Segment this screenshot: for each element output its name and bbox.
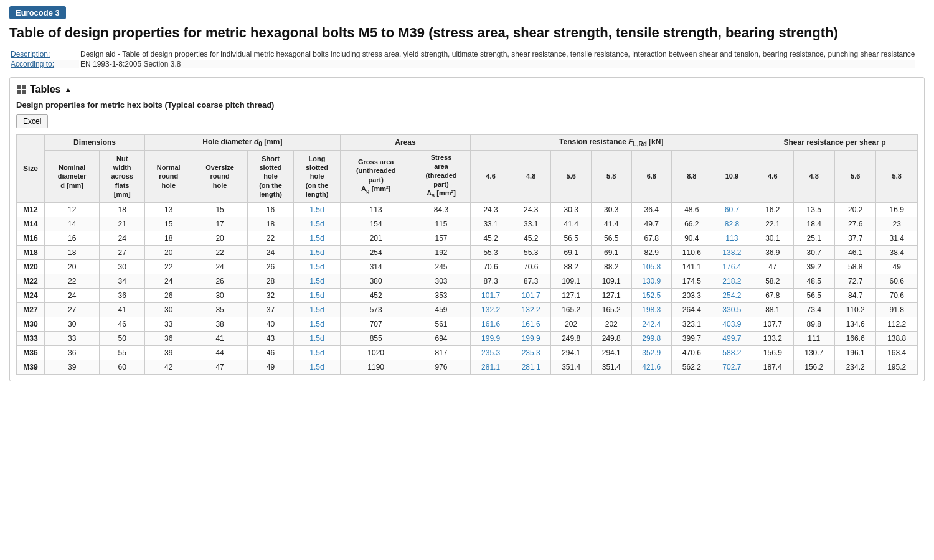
according-label[interactable]: According to: [11,60,79,68]
table-cell: 254.2 [712,289,752,303]
table-cell: 18 [145,231,192,246]
table-cell: 23 [876,217,918,231]
th-areas: Areas [340,134,471,150]
table-cell: 60.6 [876,274,918,289]
tables-section: Tables ▲ Design properties for metric he… [9,77,925,382]
th-gross-area: Gross area(unthreadedpart)Ag [mm²] [340,150,412,202]
table-cell: 218.2 [712,274,752,289]
table-cell: 245 [412,260,471,274]
table-cell: 37 [247,303,294,317]
table-cell: 27.6 [834,217,875,231]
table-container[interactable]: Size Dimensions Hole diameter d0 [mm] Ar… [16,134,918,375]
table-cell: 13.5 [793,203,834,217]
th-t68: 6.8 [631,150,672,202]
table-cell: 20 [145,246,192,260]
table-cell: 48.6 [672,203,712,217]
table-cell: M33 [17,332,45,346]
table-cell: 15 [145,217,192,231]
table-cell: 235.3 [471,346,511,360]
table-cell: M22 [17,274,45,289]
table-cell: 176.4 [712,260,752,274]
table-cell: 403.9 [712,317,752,332]
table-cell: 22 [192,246,247,260]
table-cell: M16 [17,231,45,246]
table-cell: 24 [145,274,192,289]
table-cell: 573 [340,303,412,317]
table-cell: 58.8 [834,260,875,274]
th-nominal-d: Nominaldiameterd [mm] [45,150,100,202]
table-row: M1414211517181.5d15411533.133.141.441.44… [17,217,918,231]
table-cell: 314 [340,260,412,274]
th-s56: 5.6 [834,150,875,202]
description-label[interactable]: Description: [11,50,79,58]
table-cell: 44 [192,346,247,360]
svg-rect-1 [22,85,26,89]
table-cell: 82.9 [631,246,672,260]
table-cell: 187.4 [752,360,793,375]
table-cell: 13 [145,203,192,217]
table-cell: 12 [45,203,100,217]
table-cell: 32 [247,289,294,303]
table-cell: 38 [192,317,247,332]
table-cell: 24 [45,289,100,303]
table-row: M1212181315161.5d11384.324.324.330.330.3… [17,203,918,217]
table-cell: 22 [45,274,100,289]
table-cell: 174.5 [672,274,712,289]
table-cell: M39 [17,360,45,375]
table-cell: 132.2 [511,303,551,317]
table-cell: 43 [247,332,294,346]
table-cell: 26 [247,260,294,274]
table-row: M2727413035371.5d573459132.2132.2165.216… [17,303,918,317]
table-cell: 40 [247,317,294,332]
table-cell: 41 [100,303,145,317]
table-cell: 192 [412,246,471,260]
table-cell: 470.6 [672,346,712,360]
page-title: Table of design properties for metric he… [9,24,925,42]
table-cell: 294.1 [591,346,631,360]
table-cell: 21 [100,217,145,231]
th-s46: 4.6 [752,150,793,202]
th-shear: Shear resistance per shear p [752,134,918,150]
th-t56: 5.6 [551,150,592,202]
table-cell: 154 [340,217,412,231]
table-cell: 976 [412,360,471,375]
meta-table: Description: Design aid - Table of desig… [9,49,917,70]
table-cell: 817 [412,346,471,360]
table-cell: 45.2 [471,231,511,246]
table-cell: 249.8 [551,332,592,346]
table-cell: 24 [247,246,294,260]
table-cell: 60.7 [712,203,752,217]
table-cell: 25.1 [793,231,834,246]
table-cell: 26 [145,289,192,303]
table-cell: 33.1 [511,217,551,231]
table-cell: 303 [412,274,471,289]
table-cell: 101.7 [471,289,511,303]
table-cell: 18 [247,217,294,231]
table-cell: 1.5d [294,246,341,260]
table-cell: 352.9 [631,346,672,360]
table-cell: 33.1 [471,217,511,231]
table-cell: 28 [247,274,294,289]
table-cell: 70.6 [511,260,551,274]
table-cell: 105.8 [631,260,672,274]
table-cell: 1.5d [294,289,341,303]
th-oversize-round: Oversizeroundhole [192,150,247,202]
table-cell: 42 [145,360,192,375]
table-cell: 18.4 [793,217,834,231]
table-cell: 36.4 [631,203,672,217]
table-cell: 152.5 [631,289,672,303]
table-row: M3030463338401.5d707561161.6161.62022022… [17,317,918,332]
table-cell: 47 [192,360,247,375]
th-long-slotted: Longslottedhole(on thelength) [294,150,341,202]
table-cell: 39 [45,360,100,375]
table-cell: 351.4 [551,360,592,375]
page-wrapper: Eurocode 3 Table of design properties fo… [0,0,934,388]
table-cell: 36 [100,289,145,303]
table-cell: 112.2 [876,317,918,332]
table-cell: 24 [100,231,145,246]
table-cell: 55.3 [471,246,511,260]
excel-button[interactable]: Excel [16,114,48,128]
table-cell: 133.2 [752,332,793,346]
table-cell: 24 [192,260,247,274]
table-cell: 30.7 [793,246,834,260]
